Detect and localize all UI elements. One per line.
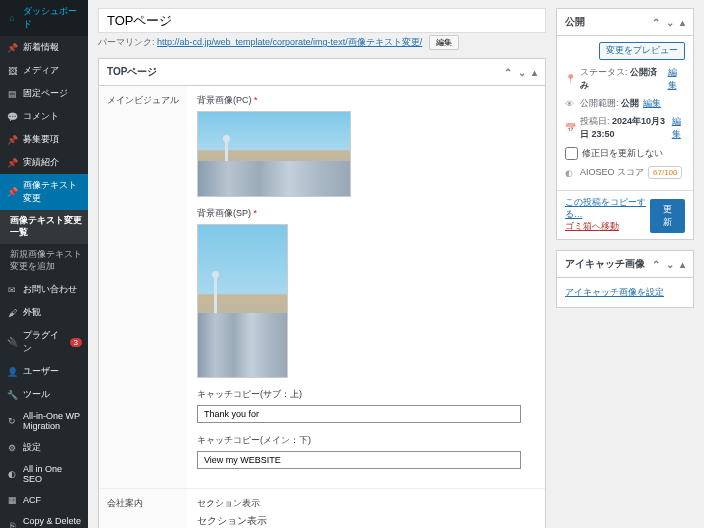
field-label: キャッチコピー(メイン：下) — [197, 434, 535, 447]
field-label: セクション表示 — [197, 497, 535, 510]
sidebar-item-19[interactable]: ⎘Copy & Delete Posts — [0, 511, 88, 528]
image-preview[interactable] — [197, 224, 288, 378]
seo-icon: ◐ — [6, 468, 18, 480]
sidebar-item-18[interactable]: ▦ACF — [0, 489, 88, 511]
sidebar-item-2[interactable]: 🖾メディア — [0, 59, 88, 82]
update-badge: 3 — [70, 338, 82, 347]
field-label: 背景画像(PC) * — [197, 94, 535, 107]
sidebar-item-13[interactable]: 👤ユーザー — [0, 360, 88, 383]
media-icon: 🖾 — [6, 65, 18, 77]
sidebar-item-10[interactable]: ✉お問い合わせ — [0, 278, 88, 301]
placeholder-field: セクション表示 — [197, 514, 535, 528]
permalink-edit-button[interactable]: 編集 — [429, 35, 459, 50]
sidebar-item-7[interactable]: 📌画像テキスト変更 — [0, 174, 88, 210]
chevron-up-icon[interactable]: ⌃ — [652, 259, 660, 270]
section-content: 背景画像(PC) *背景画像(SP) *キャッチコピー(サブ：上) キャッチコピ… — [187, 86, 545, 488]
migrate-icon: ↻ — [6, 415, 18, 427]
pin-icon: 📌 — [6, 134, 18, 146]
permalink-url[interactable]: http://ab-cd.jp/web_template/corporate/i… — [157, 37, 422, 47]
sidebar-item-label: All in One SEO — [23, 464, 82, 484]
metabox-title: TOPページ — [107, 65, 157, 79]
tool-icon: 🔧 — [6, 389, 18, 401]
dashboard-icon: ⌂ — [6, 12, 18, 24]
mail-icon: ✉ — [6, 284, 18, 296]
sidebar-item-label: Copy & Delete Posts — [23, 516, 82, 528]
chevron-up-icon[interactable]: ⌃ — [504, 67, 512, 78]
pin-icon: 📌 — [6, 42, 18, 54]
content-metabox: TOPページ ⌃ ⌄ ▴ メインビジュアル背景画像(PC) *背景画像(SP) … — [98, 58, 546, 528]
sidebar-item-4[interactable]: 💬コメント — [0, 105, 88, 128]
field-label: 背景画像(SP) * — [197, 207, 535, 220]
sidebar-item-label: 新着情報 — [23, 41, 59, 54]
permalink-row: パーマリンク: http://ab-cd.jp/web_template/cor… — [98, 35, 546, 50]
sidebar-item-3[interactable]: ▤固定ページ — [0, 82, 88, 105]
sidebar-item-label: 固定ページ — [23, 87, 68, 100]
update-button[interactable]: 更新 — [650, 199, 685, 233]
edit-link[interactable]: 編集 — [668, 66, 685, 92]
page-title-input[interactable] — [98, 8, 546, 33]
sidebar-item-8[interactable]: 画像テキスト変更 一覧 — [0, 210, 88, 244]
sidebar-item-17[interactable]: ◐All in One SEO — [0, 459, 88, 489]
acf-icon: ▦ — [6, 494, 18, 506]
sidebar-item-label: 設定 — [23, 441, 41, 454]
seo-label: AIOSEO スコア — [580, 166, 644, 179]
metabox-header: TOPページ ⌃ ⌄ ▴ — [99, 59, 545, 86]
sidebar-item-11[interactable]: 🖌外観 — [0, 301, 88, 324]
sidebar-item-0[interactable]: ⌂ダッシュボード — [0, 0, 88, 36]
edit-link[interactable]: 編集 — [643, 97, 661, 110]
sidebar-item-label: ダッシュボード — [23, 5, 82, 31]
sidebar-item-label: ツール — [23, 388, 50, 401]
toggle-icon[interactable]: ▴ — [532, 67, 537, 78]
text-input[interactable] — [197, 451, 521, 469]
sidebar-item-label: メディア — [23, 64, 59, 77]
no-update-date-checkbox[interactable] — [565, 147, 578, 160]
sidebar-item-label: ACF — [23, 495, 41, 505]
chevron-down-icon[interactable]: ⌄ — [666, 259, 674, 270]
publish-title: 公開 — [565, 15, 585, 29]
status-icon: 📍 — [565, 74, 576, 84]
text-input[interactable] — [197, 405, 521, 423]
sidebar-item-label: 画像テキスト変更 — [23, 179, 82, 205]
sidebar-item-6[interactable]: 📌実績紹介 — [0, 151, 88, 174]
sidebar-item-label: コメント — [23, 110, 59, 123]
publish-row: 📍ステータス: 公開済み 編集 — [565, 66, 685, 92]
sidebar-item-12[interactable]: 🔌プラグイン3 — [0, 324, 88, 360]
permalink-label: パーマリンク: — [98, 37, 155, 47]
copy-icon: ⎘ — [6, 520, 18, 528]
pin-icon: 📌 — [6, 186, 18, 198]
sidebar-item-1[interactable]: 📌新着情報 — [0, 36, 88, 59]
pin-icon: 📌 — [6, 157, 18, 169]
sidebar-item-5[interactable]: 📌募集要項 — [0, 128, 88, 151]
copy-post-link[interactable]: この投稿をコピーする… — [565, 197, 650, 221]
trash-link[interactable]: ゴミ箱へ移動 — [565, 221, 650, 233]
metabox-toggles: ⌃ ⌄ ▴ — [504, 67, 537, 78]
section-label: メインビジュアル — [99, 86, 187, 488]
publish-row: 📅投稿日: 2024年10月3日 23:50 編集 — [565, 115, 685, 141]
chevron-down-icon[interactable]: ⌄ — [518, 67, 526, 78]
sidebar-item-label: All-in-One WP Migration — [23, 411, 82, 431]
preview-button[interactable]: 変更をプレビュー — [599, 42, 685, 60]
toggle-icon[interactable]: ▴ — [680, 17, 685, 28]
section-label: 会社案内 — [99, 489, 187, 528]
plugin-icon: 🔌 — [6, 336, 18, 348]
featured-title: アイキャッチ画像 — [565, 257, 645, 271]
chevron-up-icon[interactable]: ⌃ — [652, 17, 660, 28]
edit-link[interactable]: 編集 — [672, 115, 685, 141]
field-label: キャッチコピー(サブ：上) — [197, 388, 535, 401]
main-content: パーマリンク: http://ab-cd.jp/web_template/cor… — [88, 0, 704, 528]
sidebar-item-label: プラグイン — [23, 329, 62, 355]
sidebar-item-label: 画像テキスト変更 一覧 — [10, 215, 82, 237]
seo-score-badge: 67/100 — [648, 166, 682, 179]
toggle-icon[interactable]: ▴ — [680, 259, 685, 270]
sidebar-item-label: ユーザー — [23, 365, 59, 378]
image-preview[interactable] — [197, 111, 351, 197]
sidebar-item-16[interactable]: ⚙設定 — [0, 436, 88, 459]
set-featured-image-link[interactable]: アイキャッチ画像を設定 — [565, 287, 664, 297]
admin-sidebar: ⌂ダッシュボード📌新着情報🖾メディア▤固定ページ💬コメント📌募集要項📌実績紹介📌… — [0, 0, 88, 528]
sidebar-item-9[interactable]: 新規画像テキスト変更を追加 — [0, 244, 88, 278]
chevron-down-icon[interactable]: ⌄ — [666, 17, 674, 28]
user-icon: 👤 — [6, 366, 18, 378]
sidebar-item-14[interactable]: 🔧ツール — [0, 383, 88, 406]
page-icon: ▤ — [6, 88, 18, 100]
sidebar-item-15[interactable]: ↻All-in-One WP Migration — [0, 406, 88, 436]
